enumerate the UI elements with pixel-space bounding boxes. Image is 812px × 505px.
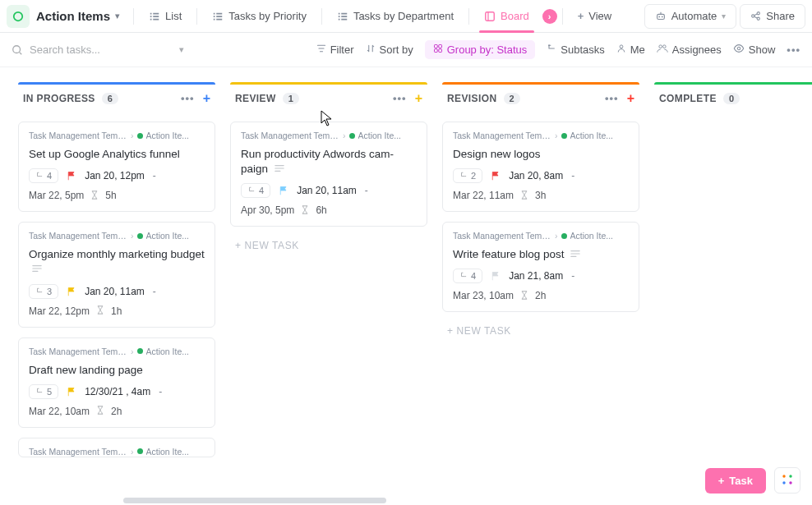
subtask-count[interactable]: 4 — [29, 168, 58, 183]
task-card[interactable]: Task Management Templat... › Action Ite.… — [18, 122, 215, 212]
chevron-down-icon[interactable]: ▾ — [115, 11, 120, 21]
view-board[interactable]: Board — [474, 3, 539, 30]
breadcrumb: Task Management Templat... › Action Ite.… — [29, 231, 205, 241]
crumb-folder[interactable]: Task Management Templat... — [241, 131, 339, 140]
new-task-link[interactable]: + NEW TASK — [442, 322, 639, 340]
due-date[interactable]: Jan 20, 8am — [509, 170, 563, 181]
task-card[interactable]: Task Management Templat... › Action Ite.… — [18, 222, 215, 327]
due-date[interactable]: Jan 20, 11am — [297, 185, 357, 196]
column-more-icon[interactable]: ••• — [181, 92, 195, 104]
crumb-folder[interactable]: Task Management Templat... — [29, 131, 127, 140]
description-icon — [275, 164, 284, 172]
share-button[interactable]: Share — [740, 4, 805, 29]
sort-button[interactable]: Sort by — [366, 44, 413, 56]
me-button[interactable]: Me — [616, 44, 645, 56]
view-priority[interactable]: Tasks by Priority — [202, 3, 316, 30]
time-date: Apr 30, 5pm — [241, 204, 294, 216]
due-date[interactable]: Jan 20, 12pm — [85, 170, 145, 181]
due-date[interactable]: Jan 20, 11am — [85, 286, 145, 297]
subtask-count[interactable]: 5 — [29, 384, 58, 399]
crumb-list[interactable]: Action Ite... — [146, 347, 190, 356]
apps-fab[interactable] — [774, 467, 800, 494]
column-add-icon[interactable]: + — [203, 91, 210, 106]
svg-rect-3 — [657, 14, 664, 19]
crumb-folder[interactable]: Task Management Templat... — [29, 231, 127, 241]
group-by-label: Group by: Status — [447, 44, 528, 56]
group-by-button[interactable]: Group by: Status — [425, 40, 536, 59]
status-dot-icon — [561, 133, 567, 139]
crumb-list[interactable]: Action Ite... — [146, 131, 190, 140]
column-more-icon[interactable]: ••• — [393, 92, 407, 104]
column-title: IN PROGRESS — [23, 93, 95, 104]
task-card[interactable]: Task Management Templat... › Action Ite.… — [18, 438, 215, 457]
assignees-button[interactable]: Assignees — [657, 44, 722, 56]
filter-button[interactable]: Filter — [316, 44, 354, 56]
chevron-down-icon[interactable]: ▾ — [179, 44, 184, 55]
column-count: 6 — [102, 93, 118, 104]
task-card[interactable]: Task Management Templat... › Action Ite.… — [442, 222, 639, 312]
scrollbar[interactable] — [123, 498, 386, 503]
subtask-count[interactable]: 3 — [29, 284, 58, 299]
hourglass-icon — [520, 291, 528, 300]
search-input[interactable] — [30, 44, 145, 56]
due-date[interactable]: Jan 21, 8am — [509, 270, 563, 282]
filter-icon — [316, 44, 326, 56]
view-department[interactable]: Tasks by Department — [327, 3, 464, 30]
time-estimate: 2h — [111, 406, 122, 417]
crumb-list[interactable]: Action Ite... — [146, 447, 190, 457]
task-time-row: Mar 23, 10am 2h — [453, 290, 629, 301]
subtasks-button[interactable]: Subtasks — [547, 44, 604, 56]
task-card[interactable]: Task Management Templat... › Action Ite.… — [442, 122, 639, 212]
column-header[interactable]: REVISION 2 ••• + — [442, 82, 639, 112]
show-button[interactable]: Show — [733, 44, 776, 56]
crumb-folder[interactable]: Task Management Templat... — [453, 131, 551, 140]
crumb-list[interactable]: Action Ite... — [570, 131, 614, 140]
crumb-folder[interactable]: Task Management Templat... — [453, 231, 551, 241]
crumb-folder[interactable]: Task Management Templat... — [29, 447, 127, 457]
description-icon — [570, 250, 580, 258]
group-icon — [433, 44, 443, 56]
task-card[interactable]: Task Management Templat... › Action Ite.… — [230, 122, 427, 227]
column-more-icon[interactable]: ••• — [605, 92, 619, 104]
view-list[interactable]: List — [139, 3, 191, 30]
space-avatar[interactable] — [7, 5, 30, 28]
column-add-icon[interactable]: + — [415, 91, 422, 106]
chevron-down-icon: ▾ — [722, 11, 726, 21]
flag-icon — [279, 186, 288, 195]
next-view-arrow-icon[interactable]: › — [542, 9, 557, 24]
more-menu-button[interactable]: ••• — [787, 44, 800, 56]
column-add-icon[interactable]: + — [627, 91, 634, 106]
subtask-count[interactable]: 4 — [241, 183, 270, 198]
crumb-folder[interactable]: Task Management Templat... — [29, 347, 127, 356]
svg-point-0 — [14, 11, 23, 21]
crumb-list[interactable]: Action Ite... — [570, 231, 614, 241]
space-title[interactable]: Action Items — [36, 9, 110, 23]
due-date[interactable]: 12/30/21 , 4am — [85, 386, 150, 397]
crumb-list[interactable]: Action Ite... — [358, 131, 402, 140]
task-title: Set up Google Analytics funnel — [29, 147, 205, 162]
subtask-count[interactable]: 4 — [453, 269, 482, 283]
subtask-icon — [35, 172, 44, 180]
assignees-label: Assignees — [672, 44, 722, 56]
task-title: Draft new landing page — [29, 363, 205, 378]
subtask-count[interactable]: 2 — [453, 168, 482, 183]
time-estimate: 6h — [316, 204, 326, 216]
filter-toolbar: ▾ Filter Sort by Group by: Status Subtas… — [0, 33, 812, 67]
column-review: REVIEW 1 ••• + Task Management Templat..… — [230, 82, 427, 255]
time-estimate: 2h — [535, 290, 546, 301]
subtask-icon — [459, 172, 468, 180]
column-header[interactable]: IN PROGRESS 6 ••• + — [18, 82, 215, 112]
new-task-fab[interactable]: + Task — [705, 468, 766, 494]
column-header[interactable]: REVIEW 1 ••• + — [230, 82, 427, 112]
task-card[interactable]: Task Management Templat... › Action Ite.… — [18, 337, 215, 428]
subtask-icon — [247, 186, 256, 195]
column-header[interactable]: COMPLETE 0 — [654, 82, 812, 112]
add-view-button[interactable]: + View — [568, 3, 622, 30]
breadcrumb: Task Management Templat... › Action Ite.… — [29, 131, 205, 140]
breadcrumb: Task Management Templat... › Action Ite.… — [29, 447, 205, 457]
crumb-list[interactable]: Action Ite... — [146, 231, 190, 241]
new-task-link[interactable]: + NEW TASK — [230, 236, 427, 255]
automate-button[interactable]: Automate ▾ — [644, 4, 737, 29]
person-icon — [616, 44, 626, 56]
breadcrumb: Task Management Templat... › Action Ite.… — [241, 131, 417, 140]
